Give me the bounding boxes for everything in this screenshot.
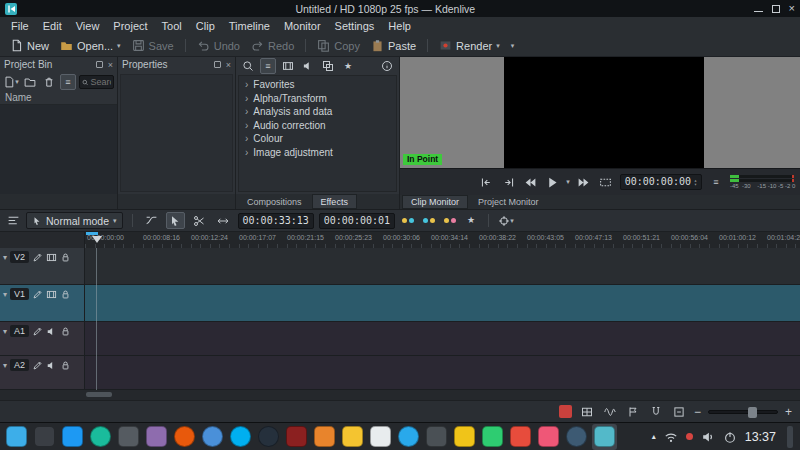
collapse-chevron-icon[interactable]: ▾ — [3, 253, 7, 262]
effects-category-colour[interactable]: ›Colour — [239, 132, 396, 146]
track-v2-lane[interactable] — [85, 248, 800, 284]
effects-category-analysis[interactable]: ›Analysis and data — [239, 105, 396, 119]
track-effects-pencil-icon[interactable] — [32, 252, 43, 263]
track-effects-pencil-icon[interactable] — [32, 360, 43, 371]
play-options-chevron-icon[interactable]: ▾ — [566, 178, 570, 186]
tray-expand-chevron-icon[interactable]: ▴ — [652, 433, 656, 441]
paste-button[interactable]: Paste — [367, 38, 420, 53]
bin-search-input[interactable] — [90, 77, 111, 87]
track-a2-badge[interactable]: A2 — [10, 359, 29, 371]
monitor-timecode-field[interactable]: 00:00:00:00 ▴▾ — [620, 174, 702, 190]
menu-help[interactable]: Help — [381, 19, 418, 33]
close-panel-icon[interactable]: × — [226, 60, 231, 70]
snap-toggle-button[interactable] — [648, 404, 664, 420]
delete-clip-button[interactable] — [41, 74, 57, 90]
fit-zoom-button[interactable] — [671, 404, 687, 420]
favorite-effects-menu-button[interactable]: ★ — [463, 213, 479, 229]
timeline-zone-bar[interactable] — [86, 232, 98, 235]
track-effects-pencil-icon[interactable] — [32, 289, 43, 300]
menu-project[interactable]: Project — [106, 19, 154, 33]
tab-compositions[interactable]: Compositions — [238, 194, 311, 209]
monitor-video-area[interactable]: In Point — [400, 57, 800, 168]
edit-mode-combobox[interactable]: Normal mode ▾ — [26, 212, 123, 229]
mute-speaker-icon[interactable] — [46, 360, 57, 371]
taskbar-app-steam[interactable] — [256, 424, 281, 450]
show-video-thumbnails-button[interactable] — [579, 404, 595, 420]
track-v1-lane[interactable] — [85, 285, 800, 321]
menu-view[interactable]: View — [69, 19, 107, 33]
effects-category-favorites[interactable]: ›Favorites — [239, 78, 396, 92]
audio-effects-filter-button[interactable] — [300, 58, 316, 74]
effects-category-audio-correction[interactable]: ›Audio correction — [239, 119, 396, 133]
taskbar-app-chromium[interactable] — [200, 424, 225, 450]
lock-icon[interactable] — [60, 360, 71, 371]
taskbar-app-gold[interactable] — [452, 424, 477, 450]
redo-button[interactable]: Redo — [247, 38, 298, 53]
maximize-button[interactable] — [772, 5, 780, 13]
taskbar-app-obs[interactable] — [564, 424, 589, 450]
tab-effects[interactable]: Effects — [312, 194, 357, 209]
notification-badge[interactable] — [686, 433, 693, 440]
taskbar-app-teal[interactable] — [88, 424, 113, 450]
toolbar-overflow-button[interactable]: ▾ — [507, 41, 519, 51]
menu-settings[interactable]: Settings — [328, 19, 382, 33]
play-button[interactable] — [544, 174, 560, 190]
go-to-zone-end-button[interactable] — [500, 174, 516, 190]
effects-search-button[interactable] — [240, 58, 256, 74]
status-red-indicator[interactable] — [559, 405, 572, 418]
mix-clips-button[interactable] — [142, 212, 161, 229]
panel-edge-button[interactable] — [787, 426, 793, 448]
timecode-spinner[interactable]: ▴▾ — [694, 178, 697, 186]
tab-clip-monitor[interactable]: Clip Monitor — [402, 195, 468, 209]
render-button[interactable]: Render ▾ — [435, 38, 504, 53]
menu-edit[interactable]: Edit — [36, 19, 69, 33]
menu-tool[interactable]: Tool — [155, 19, 189, 33]
effects-list-view-button[interactable]: ≡ — [260, 58, 276, 74]
track-effects-pencil-icon[interactable] — [32, 326, 43, 337]
taskbar-app-konsole[interactable] — [116, 424, 141, 450]
timeline-position-field[interactable]: 00:00:33:13 — [238, 213, 314, 229]
power-icon[interactable] — [723, 430, 737, 444]
timeline-duration-field[interactable]: 00:00:00:01 — [319, 213, 395, 229]
loop-zone-button[interactable] — [598, 174, 614, 190]
forward-button[interactable] — [576, 174, 592, 190]
timeline-settings-button[interactable] — [5, 213, 21, 229]
menu-file[interactable]: File — [4, 19, 36, 33]
track-v1-badge[interactable]: V1 — [10, 288, 29, 300]
taskbar-app-firefox[interactable] — [172, 424, 197, 450]
spacer-tool-button[interactable] — [214, 212, 233, 229]
playhead-marker[interactable] — [92, 236, 102, 243]
track-a2-lane[interactable] — [85, 356, 800, 389]
show-markers-button[interactable] — [625, 404, 641, 420]
transitions-filter-button[interactable] — [320, 58, 336, 74]
copy-button[interactable]: Copy — [313, 38, 364, 53]
effects-category-alpha-transform[interactable]: ›Alpha/Transform — [239, 92, 396, 106]
track-a1-lane[interactable] — [85, 322, 800, 355]
zoom-out-button[interactable]: − — [694, 406, 701, 418]
lock-icon[interactable] — [60, 326, 71, 337]
open-button[interactable]: Open... ▾ — [56, 38, 125, 53]
undo-button[interactable]: Undo — [193, 38, 244, 53]
float-panel-icon[interactable] — [214, 61, 221, 68]
selection-tool-button[interactable] — [166, 212, 185, 229]
go-to-zone-start-button[interactable] — [478, 174, 494, 190]
close-panel-icon[interactable]: × — [108, 60, 113, 70]
taskbar-app-vlc[interactable] — [312, 424, 337, 450]
network-icon[interactable] — [664, 430, 678, 444]
taskbar-app-systemsettings[interactable] — [424, 424, 449, 450]
taskbar-app-banana[interactable] — [340, 424, 365, 450]
zoom-slider-handle[interactable] — [748, 407, 757, 418]
track-a1-header[interactable]: ▾ A1 — [0, 322, 85, 355]
zoom-in-button[interactable]: + — [785, 406, 792, 418]
menu-clip[interactable]: Clip — [189, 19, 222, 33]
favorite-effects-button[interactable]: ★ — [340, 58, 356, 74]
mix-audio-video-button[interactable] — [400, 218, 416, 223]
tab-project-monitor[interactable]: Project Monitor — [469, 195, 548, 209]
minimize-button[interactable] — [754, 4, 763, 13]
taskbar-app-writer[interactable] — [368, 424, 393, 450]
add-clip-button[interactable]: ▾ — [3, 74, 19, 90]
show-audio-thumbnails-button[interactable] — [602, 404, 618, 420]
timeline-ruler[interactable]: 00:00:00:00 00:00:08:16 00:00:12:24 00:0… — [0, 232, 800, 248]
track-thumbnails-icon[interactable] — [46, 252, 57, 263]
effects-category-image-adjustment[interactable]: ›Image adjustment — [239, 146, 396, 160]
